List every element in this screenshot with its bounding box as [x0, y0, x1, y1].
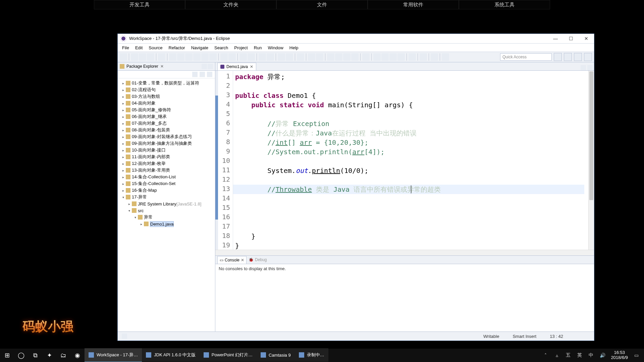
- toolbar-button[interactable]: [316, 53, 323, 61]
- toolbar-button[interactable]: [327, 53, 334, 61]
- editor-minimize-icon[interactable]: [581, 65, 586, 70]
- view-maximize-icon[interactable]: [208, 64, 213, 69]
- collapse-all-icon[interactable]: [192, 72, 198, 77]
- toolbar-button[interactable]: [131, 53, 138, 61]
- code-editor[interactable]: 12345678910111213141516171819 package 异常…: [215, 71, 594, 250]
- tree-node[interactable]: ▸09-面向对象-抽象方法与抽象类: [119, 140, 215, 147]
- taskbar-app[interactable]: PowerPoint 幻灯片…: [200, 348, 257, 362]
- toolbar-button[interactable]: [351, 53, 359, 61]
- toolbar-button[interactable]: [297, 53, 304, 61]
- toolbar-button[interactable]: [248, 53, 255, 61]
- tree-node[interactable]: ▸09-面向对象-封装继承多态练习: [119, 133, 215, 140]
- dock-item[interactable]: 系统工具: [459, 0, 550, 9]
- dock-item[interactable]: 文件: [276, 0, 368, 9]
- minimize-button[interactable]: —: [548, 34, 563, 43]
- toolbar-button[interactable]: [259, 53, 266, 61]
- toolbar-button[interactable]: [201, 53, 209, 61]
- tab-close-icon[interactable]: ✕: [241, 258, 244, 262]
- toolbar-button[interactable]: [120, 53, 127, 61]
- tab-close-icon[interactable]: ✕: [250, 64, 253, 69]
- volume-icon[interactable]: 🔊: [599, 352, 605, 358]
- tab-debug[interactable]: 🐞 Debug: [247, 257, 269, 262]
- vertical-scrollbar[interactable]: [588, 71, 594, 250]
- tree-node[interactable]: ▸16-集合-Map: [119, 187, 215, 194]
- toolbar-button[interactable]: [220, 53, 228, 61]
- menu-file[interactable]: File: [119, 45, 132, 50]
- cortana-icon[interactable]: ◯: [14, 349, 28, 362]
- toolbar-button[interactable]: [362, 53, 370, 61]
- ime-lang3[interactable]: 中: [588, 352, 594, 358]
- menu-help[interactable]: Help: [286, 45, 302, 50]
- toolbar-button[interactable]: [267, 53, 274, 61]
- chrome-icon[interactable]: ◉: [70, 349, 85, 362]
- toolbar-button[interactable]: [409, 53, 416, 61]
- tree-node[interactable]: ▸06-面向对象_继承: [119, 113, 215, 120]
- close-view-icon[interactable]: ✕: [160, 64, 164, 69]
- menu-search[interactable]: Search: [211, 45, 231, 50]
- toolbar-button[interactable]: [139, 53, 146, 61]
- tree-node[interactable]: ▸07-面向对象_多态: [119, 120, 215, 127]
- taskbar-app[interactable]: JDK API 1.6.0 中文版: [142, 348, 200, 362]
- tab-demo1[interactable]: Demo1.java ✕: [217, 63, 256, 70]
- tree-node[interactable]: ▸04-面向对象: [119, 100, 215, 107]
- menu-window[interactable]: Window: [265, 45, 286, 50]
- link-editor-icon[interactable]: [200, 72, 205, 77]
- perspective-button[interactable]: [554, 53, 562, 61]
- toolbar-button[interactable]: [397, 53, 405, 61]
- toolbar-button[interactable]: [169, 53, 176, 61]
- tree-node[interactable]: ▸03-方法与数组: [119, 93, 215, 100]
- network-icon[interactable]: ▵: [554, 352, 560, 358]
- toolbar-button[interactable]: [373, 53, 381, 61]
- ime-lang1[interactable]: 五: [565, 352, 571, 358]
- dock-item[interactable]: 常用软件: [368, 0, 459, 9]
- horizontal-scrollbar[interactable]: [215, 250, 594, 255]
- code-content[interactable]: package 异常;public class Demo1 { public s…: [233, 71, 588, 250]
- toolbar-button[interactable]: [286, 53, 293, 61]
- task-view-icon[interactable]: ⧉: [28, 349, 42, 362]
- perspective-button[interactable]: [574, 53, 582, 61]
- notifications-icon[interactable]: ▭: [633, 352, 639, 358]
- toolbar-button[interactable]: [420, 53, 427, 61]
- tree-node[interactable]: ▸12-面向对象-枚举: [119, 160, 215, 167]
- toolbar-button[interactable]: [147, 53, 154, 61]
- menu-navigate[interactable]: Navigate: [188, 45, 211, 50]
- taskbar-app[interactable]: 录制中…: [295, 348, 328, 362]
- tree-node[interactable]: ▸01-变量，常量，数据类型，运算符: [119, 80, 215, 86]
- tray-up-icon[interactable]: ˄: [542, 352, 548, 358]
- toolbar-button[interactable]: [209, 53, 217, 61]
- file-explorer-icon[interactable]: 🗂: [56, 349, 70, 362]
- toolbar-button[interactable]: [158, 53, 165, 61]
- toolbar-button[interactable]: [335, 53, 342, 61]
- perspective-button[interactable]: [564, 53, 572, 61]
- dock-item[interactable]: 文件夹: [185, 0, 276, 9]
- tray-icon[interactable]: ✦: [42, 349, 56, 362]
- toolbar-button[interactable]: [343, 53, 351, 61]
- toolbar-button[interactable]: [308, 53, 315, 61]
- toolbar-button[interactable]: [228, 53, 236, 61]
- toolbar-button[interactable]: [193, 53, 201, 61]
- tree-node[interactable]: ▸11-面向对象-内部类: [119, 154, 215, 160]
- toolbar-button[interactable]: [389, 53, 397, 61]
- menu-project[interactable]: Project: [231, 45, 251, 50]
- toolbar-button[interactable]: [381, 53, 389, 61]
- toolbar-button[interactable]: [278, 53, 285, 61]
- titlebar[interactable]: WorkSpace - 17-异常/src/异常/Demo1.java - Ec…: [118, 34, 594, 44]
- toolbar-button[interactable]: [442, 53, 449, 61]
- view-minimize-icon[interactable]: [202, 64, 207, 69]
- toolbar-button[interactable]: [431, 53, 438, 61]
- tree-node[interactable]: ▸13-面向对象-常用类: [119, 167, 215, 174]
- tree-node[interactable]: ▾17-异常: [119, 194, 215, 200]
- taskbar-app[interactable]: WorkSpace - 17-异…: [85, 348, 142, 362]
- perspective-button[interactable]: [584, 53, 592, 61]
- tree-node[interactable]: ▸14-集合-Collection-List: [119, 174, 215, 180]
- menu-source[interactable]: Source: [146, 45, 165, 50]
- view-menu-icon[interactable]: [207, 72, 212, 77]
- toolbar-button[interactable]: [185, 53, 193, 61]
- tree-node[interactable]: ▸10-面向对象-接口: [119, 147, 215, 154]
- start-button[interactable]: ⊞: [0, 349, 14, 362]
- tree-node[interactable]: ▸JRE System Library [JavaSE-1.8]: [119, 200, 215, 207]
- tree-node[interactable]: ▾src: [119, 207, 215, 214]
- menu-refactor[interactable]: Refactor: [166, 45, 188, 50]
- quick-access-input[interactable]: Quick Access: [500, 53, 552, 61]
- menu-edit[interactable]: Edit: [132, 45, 146, 50]
